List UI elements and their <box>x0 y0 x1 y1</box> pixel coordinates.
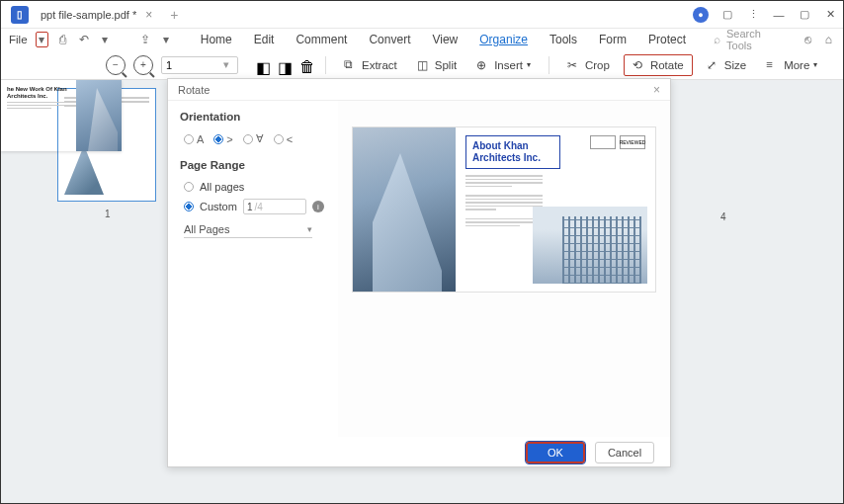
thumb-4-label: 4 <box>720 211 726 222</box>
ok-button[interactable]: OK <box>526 442 585 463</box>
app-icon: ▯ <box>11 6 29 24</box>
search-icon: ⌕ <box>714 33 720 46</box>
file-menu[interactable]: File <box>9 32 28 47</box>
tab-close-icon[interactable]: × <box>145 8 152 22</box>
share-icon[interactable]: ⇪ <box>138 32 151 47</box>
user-avatar[interactable]: ● <box>693 7 709 23</box>
orient-90cw[interactable]: > <box>213 133 232 145</box>
split-button[interactable]: ◫Split <box>411 55 463 75</box>
more-button[interactable]: ≡More▾ <box>760 55 823 75</box>
minimize-button[interactable]: — <box>772 9 786 21</box>
rotate-button[interactable]: ⟲Rotate <box>624 54 693 76</box>
chevron-down-icon: ▾ <box>307 224 312 234</box>
size-button[interactable]: ⤢Size <box>701 55 752 75</box>
page-dropdown-icon: ▾ <box>223 58 233 71</box>
crop-button[interactable]: ✂Crop <box>561 55 616 75</box>
preview-title-box: About Khan Architects Inc. <box>465 135 560 169</box>
main-menu: Home Edit Comment Convert View Organize … <box>181 33 706 46</box>
zoom-out-icon[interactable]: − <box>106 55 126 75</box>
dialog-header: Rotate × <box>168 79 670 101</box>
new-tab-button[interactable]: + <box>170 7 178 23</box>
menu-comment[interactable]: Comment <box>295 33 347 46</box>
chat-icon[interactable]: ▢ <box>720 8 734 21</box>
orient-normal[interactable]: A <box>184 133 204 145</box>
search-placeholder: Search Tools <box>726 28 776 51</box>
page-thumbnail-4[interactable]: he New Work Of Klan Architects Inc. <box>1 80 122 151</box>
dialog-options-panel: Orientation A > ∀ < Page Range All pages… <box>168 101 338 437</box>
rotate-right-icon[interactable]: ◨ <box>278 58 292 72</box>
delete-page-icon[interactable]: 🗑 <box>299 58 313 72</box>
redo-dropdown-icon[interactable]: ▾ <box>98 32 111 47</box>
custom-range-input[interactable]: 1 /4 <box>243 199 306 214</box>
badge-reviewed: REVIEWED <box>620 135 645 149</box>
insert-button[interactable]: ⊕Insert▾ <box>470 55 537 75</box>
orient-180[interactable]: ∀ <box>243 132 264 145</box>
titlebar: ▯ ppt file-sample.pdf * × + ● ▢ ⋮ — ▢ ✕ <box>1 1 843 29</box>
tab-filename: ppt file-sample.pdf * <box>41 9 136 21</box>
thumb-1-label: 1 <box>105 209 111 219</box>
page-range-label: Page Range <box>180 159 326 171</box>
dialog-title: Rotate <box>178 84 210 96</box>
undo-icon[interactable]: ↶ <box>77 32 90 47</box>
close-button[interactable]: ✕ <box>823 8 837 21</box>
cancel-button[interactable]: Cancel <box>595 442 654 463</box>
preview-image-left <box>353 127 456 292</box>
print-icon[interactable]: ⎙ <box>56 32 69 47</box>
orient-90ccw[interactable]: < <box>274 133 293 145</box>
dialog-footer: OK Cancel <box>168 437 670 468</box>
badge-1 <box>590 135 616 149</box>
document-tab[interactable]: ppt file-sample.pdf * × <box>35 1 156 28</box>
rotate-left-icon[interactable]: ◧ <box>256 58 270 72</box>
headset-icon[interactable]: ⎋ <box>802 32 814 47</box>
dialog-close-icon[interactable]: × <box>653 83 660 97</box>
pin-icon[interactable]: ▾ <box>160 32 173 47</box>
search-area[interactable]: ⌕ Search Tools <box>714 28 776 51</box>
organize-toolbar: − + 1 ▾ ◧ ◨ 🗑 ⧉Extract ◫Split ⊕Insert▾ ✂… <box>1 50 843 80</box>
maximize-button[interactable]: ▢ <box>798 8 811 21</box>
menu-view[interactable]: View <box>432 33 458 46</box>
info-icon[interactable]: i <box>312 201 324 212</box>
preview-image-right <box>533 207 647 284</box>
all-pages-option[interactable]: All pages <box>180 181 326 193</box>
save-icon[interactable]: ▾ <box>36 32 49 47</box>
page-number-input[interactable]: 1 ▾ <box>161 56 238 74</box>
menu-convert[interactable]: Convert <box>369 33 410 46</box>
dialog-preview-panel: About Khan Architects Inc. REVIEWED <box>338 101 670 437</box>
thumb-4-image <box>76 80 122 151</box>
kebab-menu-icon[interactable]: ⋮ <box>746 8 760 21</box>
menu-protect[interactable]: Protect <box>648 33 686 46</box>
thumb-4-title: he New Work Of Klan Architects Inc. <box>7 86 70 99</box>
page-filter-dropdown[interactable]: All Pages ▾ <box>184 220 312 238</box>
home-icon[interactable]: ⌂ <box>822 32 835 47</box>
zoom-in-icon[interactable]: + <box>133 55 153 75</box>
top-toolbar: File ▾ ⎙ ↶ ▾ ⇪ ▾ Home Edit Comment Conve… <box>1 29 843 50</box>
page-preview: About Khan Architects Inc. REVIEWED <box>352 126 656 293</box>
orientation-label: Orientation <box>180 111 326 123</box>
extract-button[interactable]: ⧉Extract <box>338 55 403 75</box>
menu-form[interactable]: Form <box>599 33 627 46</box>
menu-tools[interactable]: Tools <box>549 33 577 46</box>
menu-home[interactable]: Home <box>201 33 232 46</box>
menu-edit[interactable]: Edit <box>254 33 275 46</box>
menu-organize[interactable]: Organize <box>479 33 528 46</box>
rotate-dialog: Rotate × Orientation A > ∀ < Page Range … <box>167 78 671 467</box>
custom-range-option[interactable]: Custom 1 /4 i <box>180 199 326 214</box>
